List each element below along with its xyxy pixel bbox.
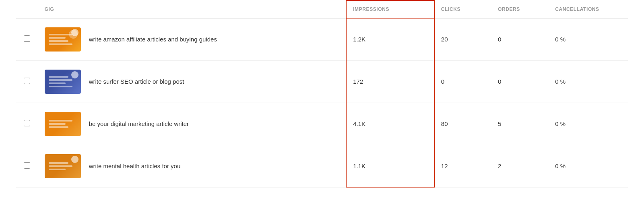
gig-title: write amazon affiliate articles and buyi… xyxy=(89,35,217,43)
gig-thumbnail xyxy=(45,154,81,178)
row-checkbox-cell xyxy=(16,18,38,60)
gig-cell: write amazon affiliate articles and buyi… xyxy=(38,18,346,60)
gig-title: write mental health articles for you xyxy=(89,162,181,170)
table-row: be your digital marketing article writer… xyxy=(16,103,628,145)
table-row: write amazon affiliate articles and buyi… xyxy=(16,18,628,60)
row-checkbox-3[interactable] xyxy=(24,120,30,126)
impressions-value: 1.2K xyxy=(346,18,434,60)
gig-thumbnail xyxy=(45,27,81,52)
cancellations-value: 0 % xyxy=(549,103,628,145)
orders-value: 0 xyxy=(491,18,549,60)
impressions-value: 4.1K xyxy=(346,103,434,145)
clicks-value: 12 xyxy=(434,145,491,187)
row-checkbox-cell xyxy=(16,60,38,103)
table-row: write surfer SEO article or blog post 17… xyxy=(16,60,628,103)
row-checkbox-4[interactable] xyxy=(24,162,30,169)
orders-value: 0 xyxy=(491,60,549,103)
gig-cell: write surfer SEO article or blog post xyxy=(38,60,346,103)
cancellations-value: 0 % xyxy=(549,60,628,103)
orders-column-header: ORDERS xyxy=(491,0,549,18)
row-checkbox-1[interactable] xyxy=(24,35,30,42)
cancellations-value: 0 % xyxy=(549,145,628,187)
gig-thumbnail xyxy=(45,70,81,94)
row-checkbox-cell xyxy=(16,103,38,145)
impressions-value: 172 xyxy=(346,60,434,103)
row-checkbox-cell xyxy=(16,145,38,187)
row-checkbox-2[interactable] xyxy=(24,78,30,84)
clicks-value: 0 xyxy=(434,60,491,103)
clicks-column-header: CLICKS xyxy=(434,0,491,18)
orders-value: 2 xyxy=(491,145,549,187)
clicks-value: 80 xyxy=(434,103,491,145)
cancellations-column-header: CANCELLATIONS xyxy=(549,0,628,18)
cancellations-value: 0 % xyxy=(549,18,628,60)
impressions-value: 1.1K xyxy=(346,145,434,187)
gig-thumbnail xyxy=(45,112,81,136)
orders-value: 5 xyxy=(491,103,549,145)
gig-cell: be your digital marketing article writer xyxy=(38,103,346,145)
select-all-header xyxy=(16,0,38,18)
gig-stats-table: GIG IMPRESSIONS CLICKS ORDERS CANCELLATI… xyxy=(0,0,644,188)
gig-column-header: GIG xyxy=(38,0,346,18)
gig-title: be your digital marketing article writer xyxy=(89,120,189,128)
gig-title: write surfer SEO article or blog post xyxy=(89,77,184,86)
table-row: write mental health articles for you 1.1… xyxy=(16,145,628,187)
gig-cell: write mental health articles for you xyxy=(38,145,346,187)
impressions-column-header: IMPRESSIONS xyxy=(346,0,434,18)
clicks-value: 20 xyxy=(434,18,491,60)
